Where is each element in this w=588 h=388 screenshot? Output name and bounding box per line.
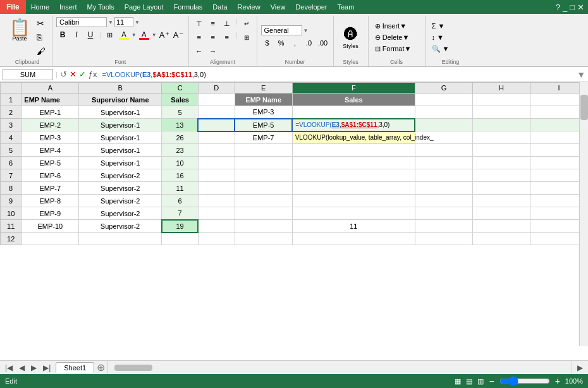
font-name-input[interactable] <box>56 17 107 27</box>
confirm-formula-icon[interactable]: ✓ <box>79 70 86 79</box>
maximize-icon[interactable]: □ <box>570 3 575 12</box>
decrease-size-button[interactable]: A⁻ <box>172 28 185 41</box>
paste-button[interactable]: 📋 Paste <box>6 17 33 58</box>
cell-F6[interactable] <box>292 157 415 169</box>
decimal-increase-button[interactable]: .0 <box>303 37 315 49</box>
next-sheet-button[interactable]: ▶ <box>28 362 39 373</box>
menu-mytools[interactable]: My Tools <box>82 0 119 14</box>
cell-H6[interactable] <box>472 157 530 169</box>
cell-H2[interactable] <box>472 106 530 119</box>
cell-F8[interactable] <box>292 182 415 195</box>
cell-D3[interactable] <box>198 119 235 131</box>
cell-C12[interactable] <box>162 233 199 245</box>
border-button[interactable]: ⊞ <box>104 28 116 41</box>
col-header-E[interactable]: E <box>235 83 292 94</box>
col-header-B[interactable]: B <box>79 83 162 94</box>
formula-display[interactable]: =VLOOKUP(E3,$A$1:$C$11,3,0) <box>100 70 575 80</box>
cell-D6[interactable] <box>198 157 235 169</box>
row-num-10[interactable]: 10 <box>1 207 21 220</box>
cell-D2[interactable] <box>198 106 235 119</box>
menu-developer[interactable]: Developer <box>290 0 332 14</box>
styles-button[interactable]: 🅐 Styles <box>340 25 362 51</box>
percent-button[interactable]: % <box>275 37 288 49</box>
cell-B4[interactable]: Supervisor-1 <box>79 131 162 144</box>
cell-G3[interactable] <box>415 119 472 131</box>
menu-home[interactable]: Home <box>26 0 54 14</box>
cell-E3[interactable]: EMP-5 <box>235 119 292 131</box>
close-icon[interactable]: ✕ <box>577 3 584 12</box>
cell-B1[interactable]: Supervisor Name <box>79 94 162 106</box>
font-name-dropdown[interactable]: ▼ <box>108 20 113 25</box>
cell-E1[interactable]: EMP Name <box>235 94 292 106</box>
scroll-right-button[interactable]: ▶ <box>575 362 585 373</box>
name-box[interactable] <box>3 69 53 80</box>
row-num-6[interactable]: 6 <box>1 157 21 169</box>
cell-A11[interactable]: EMP-10 <box>21 220 79 233</box>
col-header-G[interactable]: G <box>415 83 472 94</box>
wrap-text-button[interactable]: ↵ <box>240 17 253 30</box>
cell-E12[interactable] <box>235 233 292 245</box>
cell-B9[interactable]: Supervisor-2 <box>79 195 162 207</box>
cell-E11[interactable] <box>235 220 292 233</box>
cell-B5[interactable]: Supervisor-1 <box>79 144 162 157</box>
cell-G10[interactable] <box>415 207 472 220</box>
font-color-dropdown[interactable]: ▼ <box>152 32 157 38</box>
cell-E7[interactable] <box>235 169 292 182</box>
fill-dropdown[interactable]: ▼ <box>132 32 137 38</box>
row-num-9[interactable]: 9 <box>1 195 21 207</box>
cell-E5[interactable] <box>235 144 292 157</box>
delete-button[interactable]: ⊖ Delete ▼ <box>372 32 421 43</box>
row-num-3[interactable]: 3 <box>1 119 21 131</box>
vertical-scrollbar[interactable] <box>579 82 588 346</box>
comma-button[interactable]: , <box>289 37 302 49</box>
cell-F5[interactable] <box>292 144 415 157</box>
cell-E2[interactable]: EMP-3 <box>235 106 292 119</box>
cell-B11[interactable]: Supervisor-2 <box>79 220 162 233</box>
cell-D4[interactable] <box>198 131 235 144</box>
zoom-slider[interactable] <box>499 376 550 386</box>
cell-D9[interactable] <box>198 195 235 207</box>
cell-B12[interactable] <box>79 233 162 245</box>
cell-G11[interactable] <box>415 220 472 233</box>
cell-C5[interactable]: 23 <box>162 144 199 157</box>
h-scroll-thumb[interactable] <box>114 365 152 371</box>
copy-button[interactable]: ⎘ <box>34 31 48 44</box>
zoom-in-icon[interactable]: + <box>555 376 560 386</box>
cell-B2[interactable]: Supervisor-1 <box>79 106 162 119</box>
top-align-button[interactable]: ⊤ <box>193 17 205 30</box>
col-header-C[interactable]: C <box>162 83 199 94</box>
cell-D8[interactable] <box>198 182 235 195</box>
cell-F3[interactable]: =VLOOKUP(E3,$A$1:$C$11,3,0) <box>292 119 415 131</box>
row-num-8[interactable]: 8 <box>1 182 21 195</box>
col-header-H[interactable]: H <box>472 83 530 94</box>
cell-B7[interactable]: Supervisor-2 <box>79 169 162 182</box>
cell-B3[interactable]: Supervisor-1 <box>79 119 162 131</box>
scroll-thumb[interactable] <box>580 95 588 120</box>
cell-H7[interactable] <box>472 169 530 182</box>
cell-E10[interactable] <box>235 207 292 220</box>
cell-F2[interactable] <box>292 106 415 119</box>
menu-insert[interactable]: Insert <box>54 0 82 14</box>
menu-data[interactable]: Data <box>207 0 232 14</box>
cell-F7[interactable] <box>292 169 415 182</box>
menu-formulas[interactable]: Formulas <box>169 0 208 14</box>
cell-C11[interactable]: 19 <box>162 220 199 233</box>
file-menu[interactable]: File <box>0 0 26 14</box>
format-painter-button[interactable]: 🖌 <box>34 45 48 58</box>
normal-view-icon[interactable]: ▦ <box>455 377 461 385</box>
cell-F9[interactable] <box>292 195 415 207</box>
menu-pagelayout[interactable]: Page Layout <box>119 0 169 14</box>
cell-G5[interactable] <box>415 144 472 157</box>
cell-D7[interactable] <box>198 169 235 182</box>
cell-F11[interactable]: 11 <box>292 220 415 233</box>
cell-A1[interactable]: EMP Name <box>21 94 79 106</box>
cell-A7[interactable]: EMP-6 <box>21 169 79 182</box>
italic-button[interactable]: I <box>70 28 83 41</box>
cell-B6[interactable]: Supervisor-1 <box>79 157 162 169</box>
col-header-A[interactable]: A <box>21 83 79 94</box>
insert-button[interactable]: ⊕ Insert ▼ <box>372 21 421 32</box>
cell-H9[interactable] <box>472 195 530 207</box>
cancel-formula-icon[interactable]: ✕ <box>70 70 77 79</box>
menu-review[interactable]: Review <box>233 0 266 14</box>
sheet1-tab[interactable]: Sheet1 <box>56 362 94 373</box>
